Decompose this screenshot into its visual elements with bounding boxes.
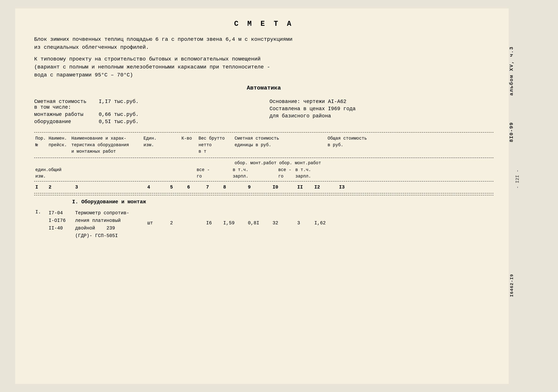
info-right: Основание: чертежи АI-А62 Составлена в ц… (270, 99, 493, 125)
desc-line5: вода с параметрами 95°С – 70°С) (34, 71, 493, 79)
osnov-label: Основание: чертежи АI-А62 (270, 99, 493, 104)
info-left: Сметная стоимость в том числе: I,I7 тыс.… (34, 99, 258, 125)
oborud-label: оборудование (34, 119, 95, 125)
vse-label1: все - (195, 167, 232, 173)
row1-col11: 3 (296, 209, 313, 226)
row1-col7: I6 (205, 209, 222, 226)
description-block: Блок зимних почвенных теплиц площадью 6 … (34, 35, 493, 79)
colnum-4: 4 (146, 184, 169, 190)
obor-col (197, 160, 234, 166)
row1-num: I. (34, 209, 47, 215)
col8-header: Сметная стоимостьединицы в руб. (234, 135, 326, 155)
vtch-label1: в т.ч. (232, 167, 254, 173)
zarpl-label2: зарпл. (294, 173, 317, 179)
colnum-7: 7 (205, 184, 222, 190)
col6-header: Вес бруттонеттов т (197, 135, 234, 155)
main-page: альбом XV, ч.3 8I0-99 - I2I - I6462-I9 С… (15, 8, 509, 384)
row1-qty: 2 (169, 209, 186, 226)
col-num-top-dashed (34, 181, 493, 181)
colnum-9: 9 (247, 184, 271, 190)
montazh-label: монтажные работы (34, 112, 95, 117)
smeta-obor-montazh: обор. монт.работ обор. монт.работ (234, 160, 326, 166)
colnum-13: I3 (338, 184, 363, 190)
vse-label2: все - (277, 167, 294, 173)
subheader-row-obor: обор. монт.работ обор. монт.работ (34, 160, 493, 167)
colnum-11: II (296, 184, 313, 190)
section-subtitle: Автоматика (34, 85, 493, 91)
info-row-montazh: монтажные работы 0,66 тыс.руб. (34, 112, 258, 117)
desc-line4: (вариант с полным и неполным железобетон… (34, 63, 493, 71)
zarpl-label1: зарпл. (232, 173, 254, 179)
vtch-label2: в т.ч. (294, 167, 317, 173)
dlya-label: для базисного района (270, 113, 493, 119)
colnum-1: I (34, 184, 47, 190)
table-container: Пор.№ Наимен.прейск. Наименование и хара… (34, 132, 493, 241)
side-label-doc: I6462-I9 (510, 274, 514, 297)
section1-title: I. Оборудование и монтаж (72, 199, 493, 205)
colnum-10: I0 (271, 184, 296, 190)
go-label2: го (277, 173, 294, 179)
colnum-5: 5 (169, 184, 186, 190)
row1-col13 (338, 209, 363, 210)
empty2-col (326, 160, 401, 166)
row1-unit: шт (146, 209, 169, 226)
row1-preysk: I7-04I-OI76II-40 (47, 209, 74, 232)
table-row-1: I. I7-04I-OI76II-40 Термометр сопротив-л… (34, 208, 493, 241)
colnum-12: I2 (313, 184, 338, 190)
col4-header: Един.изм. (142, 135, 180, 155)
montazh-value: 0,66 тыс.руб. (99, 112, 139, 117)
colnum-2: 2 (47, 184, 74, 190)
smeta-label: Сметная стоимость в том числе: (34, 99, 95, 110)
side-label-num: 8I0-99 (509, 122, 514, 142)
colnum-6: 6 (186, 184, 205, 190)
unit-general-row: един.общий все - в т.ч. все - в т.ч. (34, 167, 493, 173)
mid-dashed-line1 (34, 158, 493, 158)
desc-line1: Блок зимних почвенных теплиц площадью 6 … (34, 35, 493, 43)
empty-col (34, 160, 197, 166)
top-dashed-line (34, 132, 493, 133)
desc-line2: из специальных облегченных профилей. (34, 43, 493, 51)
desc-line3: К типовому проекту на строительство быто… (34, 55, 493, 63)
colnum-8: 8 (222, 184, 247, 190)
row1-col12: I,62 (313, 209, 338, 226)
unit-label: един.общий (34, 167, 157, 173)
info-row-oborud: оборудование 0,5I тыс.руб. (34, 119, 258, 125)
go-label1: го (195, 173, 232, 179)
col-num-bot-dashed (34, 193, 493, 193)
page-title: С М Е Т А (34, 20, 493, 28)
info-row-smeta: Сметная стоимость в том числе: I,I7 тыс.… (34, 99, 258, 110)
row1-col10: 32 (271, 209, 296, 226)
header-row1: Пор.№ Наимен.прейск. Наименование и хара… (34, 134, 493, 156)
smeta-value: I,I7 тыс.руб. (99, 99, 139, 110)
side-label-album: альбом XV, ч.3 (509, 46, 514, 96)
col9-header: Общая стоимостьв руб. (326, 135, 401, 155)
col5-header: К-во (180, 135, 197, 155)
izm-label: изм. (34, 173, 157, 179)
izm-zarpl-row: изм. го зарпл. го зарпл. (34, 173, 493, 179)
sostavlena-label: Составлена в ценах I969 года (270, 106, 493, 112)
row1-name: Термометр сопротив-ления платиновыйдвойн… (74, 209, 146, 240)
row1-col6 (186, 209, 205, 210)
col1-header: Пор.№ (34, 135, 47, 155)
colnum-3: 3 (74, 184, 146, 190)
row1-col9: 0,8I (247, 209, 271, 226)
col-num-bot-dashed2 (34, 195, 493, 195)
info-section: Сметная стоимость в том числе: I,I7 тыс.… (34, 99, 493, 125)
col2-header: Наимен.прейск. (47, 135, 70, 155)
oborud-value: 0,5I тыс.руб. (99, 119, 139, 125)
col-numbers-row: I 2 3 4 5 6 7 8 9 I0 II I2 I3 (34, 183, 493, 192)
page-number: - I2I - (515, 170, 520, 189)
col3-header: Наименование и харак-теристика оборудова… (70, 135, 142, 155)
row1-col8: I,59 (222, 209, 247, 226)
